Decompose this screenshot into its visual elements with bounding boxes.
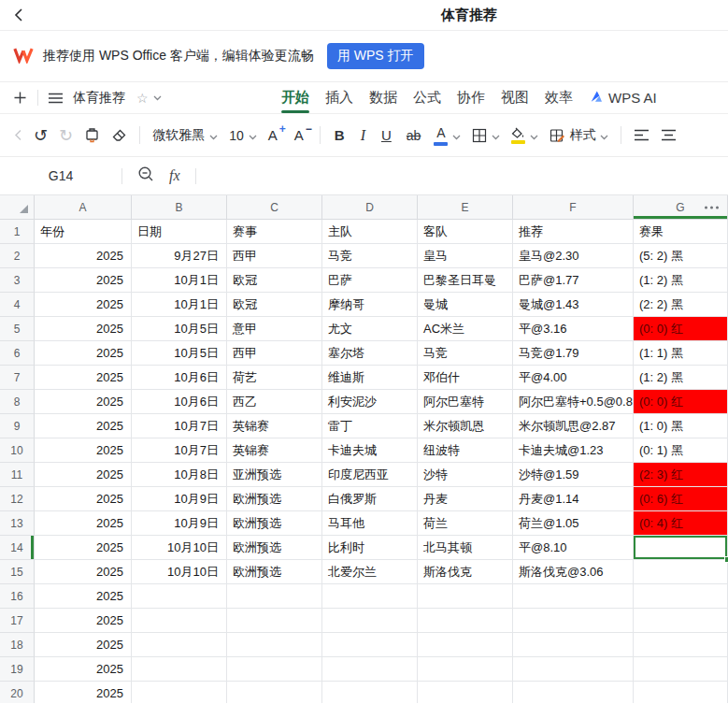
cell-C15[interactable]: 欧洲预选: [227, 560, 322, 584]
cell-E4[interactable]: 曼城: [418, 293, 513, 317]
cell-F18[interactable]: [513, 633, 634, 657]
cell-D10[interactable]: 卡迪夫城: [322, 438, 418, 463]
tab-insert[interactable]: 插入: [325, 82, 353, 113]
cell-D4[interactable]: 摩纳哥: [322, 293, 418, 317]
cell-A9[interactable]: 2025: [35, 414, 132, 438]
cell-C10[interactable]: 英锦赛: [227, 438, 322, 463]
cell-D20[interactable]: [322, 682, 418, 703]
cell-F12[interactable]: 丹麦@1.14: [513, 487, 634, 511]
cell-B4[interactable]: 10月1日: [132, 293, 227, 317]
cell-B20[interactable]: [132, 682, 227, 703]
row-header-17[interactable]: 17: [0, 609, 35, 633]
open-in-wps-button[interactable]: 用 WPS 打开: [327, 43, 424, 69]
cell-G6[interactable]: (1: 1) 黑: [634, 341, 728, 366]
cell-E20[interactable]: [418, 682, 513, 703]
cell-C9[interactable]: 英锦赛: [227, 414, 322, 438]
zoom-out-icon[interactable]: [137, 165, 154, 186]
undo-icon[interactable]: ↺: [34, 127, 48, 144]
cell-C14[interactable]: 欧洲预选: [227, 536, 322, 560]
cell-F16[interactable]: [513, 584, 634, 609]
cell-D17[interactable]: [322, 609, 418, 633]
cell-E17[interactable]: [418, 609, 513, 633]
cell-B18[interactable]: [132, 633, 227, 657]
cell-C12[interactable]: 欧洲预选: [227, 487, 322, 511]
col-header-E[interactable]: E: [418, 195, 513, 220]
cell-F11[interactable]: 沙特@1.59: [513, 463, 634, 487]
cell-G15[interactable]: [634, 560, 728, 584]
cell-A13[interactable]: 2025: [35, 511, 132, 536]
back-icon[interactable]: [11, 7, 28, 27]
cell-G18[interactable]: [634, 633, 728, 657]
cell-E3[interactable]: 巴黎圣日耳曼: [418, 268, 513, 293]
cell-E18[interactable]: [418, 633, 513, 657]
cell-C7[interactable]: 荷艺: [227, 366, 322, 390]
cell-F2[interactable]: 皇马@2.30: [513, 244, 634, 268]
col-header-G[interactable]: G: [634, 195, 728, 220]
cell-F7[interactable]: 平@4.00: [513, 366, 634, 390]
tab-view[interactable]: 视图: [501, 82, 529, 113]
cell-G2[interactable]: (5: 2) 黑: [634, 244, 728, 268]
cell-D16[interactable]: [322, 584, 418, 609]
cell-D9[interactable]: 雷丁: [322, 414, 418, 438]
cell-A18[interactable]: 2025: [35, 633, 132, 657]
cell-B9[interactable]: 10月7日: [132, 414, 227, 438]
cell-F3[interactable]: 巴萨@1.77: [513, 268, 634, 293]
row-header-7[interactable]: 7: [0, 366, 35, 390]
cell-G20[interactable]: [634, 682, 728, 703]
cell-F13[interactable]: 荷兰@1.05: [513, 511, 634, 536]
cell-D13[interactable]: 马耳他: [322, 511, 418, 536]
cell-F20[interactable]: [513, 682, 634, 703]
cell-G13[interactable]: (0: 4) 红: [634, 511, 728, 536]
cell-C3[interactable]: 欧冠: [227, 268, 322, 293]
cell-D3[interactable]: 巴萨: [322, 268, 418, 293]
cell-C19[interactable]: [227, 657, 322, 682]
cell-G9[interactable]: (1: 0) 黑: [634, 414, 728, 438]
more-icon[interactable]: [705, 206, 719, 208]
cell-E6[interactable]: 马竞: [418, 341, 513, 366]
cell-A4[interactable]: 2025: [35, 293, 132, 317]
cell-D14[interactable]: 比利时: [322, 536, 418, 560]
nav-back-icon[interactable]: [14, 129, 22, 141]
cell-F10[interactable]: 卡迪夫城@1.23: [513, 438, 634, 463]
cell-A7[interactable]: 2025: [35, 366, 132, 390]
cell-G17[interactable]: [634, 609, 728, 633]
tab-formula[interactable]: 公式: [413, 82, 441, 113]
cell-D5[interactable]: 尤文: [322, 317, 418, 341]
format-painter-icon[interactable]: [84, 127, 100, 143]
redo-icon[interactable]: ↻: [59, 127, 73, 144]
cell-D7[interactable]: 维迪斯: [322, 366, 418, 390]
cell-F1[interactable]: 推荐: [513, 220, 634, 244]
fill-handle[interactable]: [724, 556, 728, 563]
cell-E7[interactable]: 邓伯什: [418, 366, 513, 390]
cell-G10[interactable]: (0: 1) 黑: [634, 438, 728, 463]
cell-F15[interactable]: 斯洛伐克@3.06: [513, 560, 634, 584]
cell-G7[interactable]: (1: 2) 黑: [634, 366, 728, 390]
cell-E14[interactable]: 北马其顿: [418, 536, 513, 560]
tab-collaborate[interactable]: 协作: [457, 82, 485, 113]
cell-A1[interactable]: 年份: [35, 220, 132, 244]
cell-E13[interactable]: 荷兰: [418, 511, 513, 536]
underline-button[interactable]: U: [381, 127, 392, 143]
cell-C13[interactable]: 欧洲预选: [227, 511, 322, 536]
strikethrough-button[interactable]: ab: [407, 128, 421, 143]
cell-B11[interactable]: 10月8日: [132, 463, 227, 487]
align-center-icon[interactable]: [661, 129, 677, 141]
cell-E5[interactable]: AC米兰: [418, 317, 513, 341]
cell-A6[interactable]: 2025: [35, 341, 132, 366]
row-header-15[interactable]: 15: [0, 560, 35, 584]
row-header-12[interactable]: 12: [0, 487, 35, 511]
plus-icon[interactable]: [13, 91, 27, 105]
cell-B8[interactable]: 10月6日: [132, 390, 227, 414]
cell-B16[interactable]: [132, 584, 227, 609]
cell-A17[interactable]: 2025: [35, 609, 132, 633]
cell-E19[interactable]: [418, 657, 513, 682]
cell-F5[interactable]: 平@3.16: [513, 317, 634, 341]
cell-G4[interactable]: (2: 2) 黑: [634, 293, 728, 317]
row-header-14[interactable]: 14: [0, 536, 35, 560]
cell-E11[interactable]: 沙特: [418, 463, 513, 487]
col-header-F[interactable]: F: [513, 195, 634, 220]
cell-C18[interactable]: [227, 633, 322, 657]
cell-G14[interactable]: [634, 536, 728, 560]
menu-icon[interactable]: [49, 93, 63, 104]
cell-A2[interactable]: 2025: [35, 244, 132, 268]
